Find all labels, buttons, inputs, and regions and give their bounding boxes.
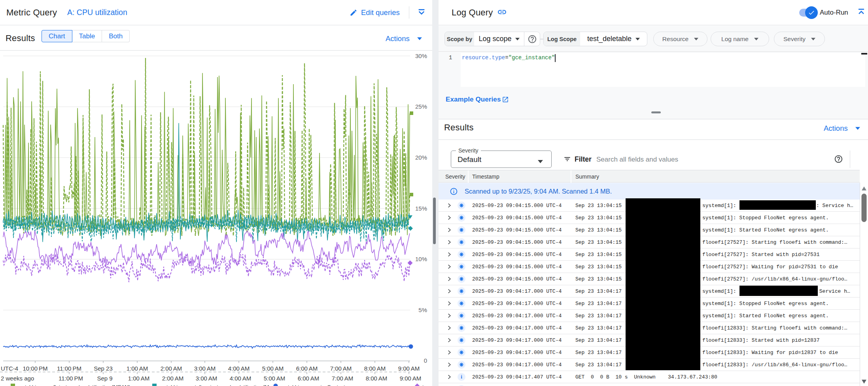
svg-text:11:00 PM: 11:00 PM <box>59 375 83 382</box>
svg-text:1:00 AM: 1:00 AM <box>127 365 148 372</box>
svg-text:6:00 AM: 6:00 AM <box>296 365 318 372</box>
svg-text:25%: 25% <box>415 103 427 110</box>
svg-text:2:00 AM: 2:00 AM <box>161 365 182 372</box>
svg-text:0: 0 <box>424 357 427 364</box>
svg-text:5:00 AM: 5:00 AM <box>264 375 286 382</box>
svg-text:7:00 AM: 7:00 AM <box>332 375 354 382</box>
svg-text:10:00 PM: 10:00 PM <box>23 365 47 372</box>
svg-text:10%: 10% <box>415 256 427 262</box>
svg-text:9:00 AM: 9:00 AM <box>398 365 420 372</box>
svg-text:7:00 AM: 7:00 AM <box>330 365 352 372</box>
svg-text:metal-big-npsv-2: instance/cpu: metal-big-npsv-2: instance/cpu/utilizati… <box>18 384 130 386</box>
svg-text:Sep 23: Sep 23 <box>94 365 113 372</box>
svg-text:15%: 15% <box>415 205 427 212</box>
svg-text:8:00 AM: 8:00 AM <box>366 375 388 382</box>
svg-text:9:00 AM: 9:00 AM <box>400 375 422 382</box>
svg-text:8:00 AM: 8:00 AM <box>364 365 386 372</box>
svg-text:metal-big-npsv-talker: instanc: metal-big-npsv-talker: instance/cpu/util… <box>159 384 269 386</box>
svg-text:4:00 AM: 4:00 AM <box>230 375 252 382</box>
svg-text:4:00 AM: 4:00 AM <box>228 365 250 372</box>
svg-text:2:00 AM: 2:00 AM <box>162 375 184 382</box>
svg-text:5:00 AM: 5:00 AM <box>262 365 284 372</box>
svg-text:UTC-4: UTC-4 <box>1 365 18 372</box>
svg-text:11:00 PM: 11:00 PM <box>57 365 81 372</box>
svg-text:1:00 AM: 1:00 AM <box>128 375 150 382</box>
svg-text:metal-big-npsv-min: Sre tasty: metal-big-npsv-min: Sre tasty <box>281 384 348 386</box>
svg-text:3:00 AM: 3:00 AM <box>194 365 216 372</box>
svg-text:Sep 9: Sep 9 <box>97 375 112 382</box>
svg-text:30%: 30% <box>415 53 427 59</box>
svg-text:3:00 AM: 3:00 AM <box>196 375 217 382</box>
svg-text:two more: two more <box>422 384 432 386</box>
svg-text:2 weeks ago: 2 weeks ago <box>1 375 34 382</box>
svg-text:20%: 20% <box>415 154 427 161</box>
svg-text:5%: 5% <box>418 307 427 313</box>
svg-text:6:00 AM: 6:00 AM <box>298 375 320 382</box>
